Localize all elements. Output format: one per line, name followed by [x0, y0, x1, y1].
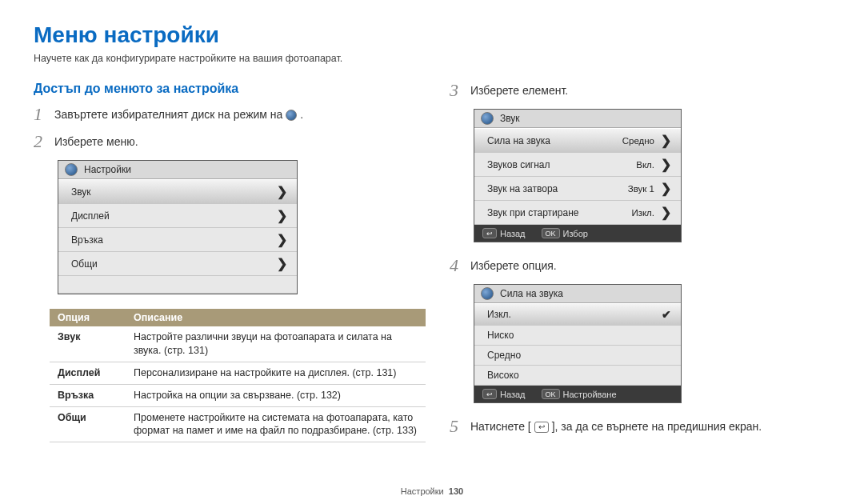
step-2-text: Изберете меню.: [54, 133, 138, 150]
menu-row-value: Звук 1: [628, 184, 654, 194]
option-desc: Променете настройките на системата на фо…: [126, 406, 426, 442]
menu-row-beep[interactable]: Звуков сигнал Вкл.❯: [474, 153, 681, 177]
menu-row-empty: [58, 276, 297, 294]
menu-row-label: Дисплей: [71, 210, 110, 222]
option-name: Общи: [50, 406, 126, 442]
option-name: Връзка: [50, 384, 126, 406]
table-row: Връзка Настройка на опции за свързване. …: [50, 384, 426, 406]
menu-row-connection[interactable]: Връзка ❯: [58, 228, 297, 252]
device-footer: ↩Назад OKНастройване: [474, 386, 681, 402]
menu-row-startup[interactable]: Звук при стартиране Изкл.❯: [474, 201, 681, 225]
table-row: Общи Променете настройките на системата …: [50, 406, 426, 442]
menu-row-display[interactable]: Дисплей ❯: [58, 204, 297, 228]
ok-key-icon: OK: [542, 228, 560, 238]
table-row: Звук Настройте различни звуци на фотоапа…: [50, 326, 426, 362]
gear-icon: [481, 112, 494, 125]
menu-row-volume[interactable]: Сила на звука Средно❯: [474, 128, 681, 153]
menu-row-shutter[interactable]: Звук на затвора Звук 1❯: [474, 177, 681, 201]
menu-row-label: Връзка: [71, 234, 103, 246]
menu-row-label: Сила на звука: [487, 135, 550, 146]
left-column: Достъп до менюто за настройка 1 Завъртет…: [34, 82, 426, 445]
right-column: 3 Изберете елемент. Звук Сила на звука С…: [450, 82, 830, 445]
step-3: 3 Изберете елемент.: [450, 82, 830, 99]
gear-icon: [481, 287, 494, 300]
menu-row-high[interactable]: Високо: [474, 366, 681, 386]
table-header-option: Опция: [50, 309, 126, 326]
device-header-title: Сила на звука: [500, 288, 563, 299]
page-footer: Настройки 130: [0, 486, 864, 496]
footer-ok-label: Избор: [563, 229, 588, 238]
step-1-end: .: [300, 107, 303, 123]
menu-row-label: Изкл.: [487, 309, 511, 320]
options-table: Опция Описание Звук Настройте различни з…: [50, 309, 426, 442]
chevron-right-icon: ❯: [277, 208, 287, 223]
step-2: 2 Изберете меню.: [34, 133, 426, 150]
back-icon: ↩: [534, 422, 549, 433]
device-screen-settings: Настройки Звук ❯ Дисплей ❯ Връзка ❯ Общи…: [58, 160, 298, 294]
table-header-description: Описание: [126, 309, 426, 326]
menu-row-low[interactable]: Ниско: [474, 326, 681, 346]
menu-row-label: Ниско: [487, 330, 514, 341]
back-key-icon: ↩: [482, 228, 497, 238]
chevron-right-icon: ❯: [277, 256, 287, 271]
footer-ok-label: Настройване: [563, 390, 617, 399]
step-number: 2: [34, 133, 46, 150]
chevron-right-icon: ❯: [277, 184, 287, 199]
section-heading: Достъп до менюто за настройка: [34, 82, 426, 96]
step-3-text: Изберете елемент.: [470, 82, 568, 99]
option-desc: Персонализиране на настройките на диспле…: [126, 362, 426, 384]
option-name: Дисплей: [50, 362, 126, 384]
menu-row-sound[interactable]: Звук ❯: [58, 179, 297, 204]
page-subtitle: Научете как да конфигурирате настройките…: [34, 53, 830, 64]
device-header: Настройки: [58, 161, 297, 179]
option-desc: Настройте различни звуци на фотоапарата …: [126, 326, 426, 362]
step-5-text-b: ], за да се върнете на предишния екран.: [552, 419, 762, 435]
chevron-right-icon: ❯: [661, 205, 671, 220]
page-title: Меню настройки: [34, 22, 830, 48]
table-row: Дисплей Персонализиране на настройките н…: [50, 362, 426, 384]
device-screen-volume: Сила на звука Изкл. ✔ Ниско Средно Висок…: [474, 284, 682, 403]
menu-row-value: Средно: [622, 136, 654, 146]
step-4-text: Изберете опция.: [470, 257, 557, 274]
device-header: Сила на звука: [474, 285, 681, 303]
step-number: 5: [450, 418, 462, 435]
footer-back-label: Назад: [500, 229, 526, 238]
back-key-icon: ↩: [482, 389, 497, 399]
device-footer: ↩Назад OKИзбор: [474, 225, 681, 242]
menu-row-label: Звуков сигнал: [487, 159, 550, 170]
gear-icon: [65, 163, 78, 176]
menu-row-label: Средно: [487, 350, 521, 361]
step-number: 1: [34, 106, 46, 123]
menu-row-label: Общи: [71, 258, 98, 270]
menu-row-label: Звук: [71, 186, 91, 198]
check-icon: ✔: [662, 308, 671, 321]
menu-row-label: Звук на затвора: [487, 183, 558, 194]
device-header-title: Настройки: [84, 164, 131, 175]
device-header-title: Звук: [500, 113, 520, 124]
option-desc: Настройка на опции за свързване. (стр. 1…: [126, 384, 426, 406]
device-screen-sound: Звук Сила на звука Средно❯ Звуков сигнал…: [474, 109, 682, 242]
menu-row-label: Звук при стартиране: [487, 207, 578, 218]
step-4: 4 Изберете опция.: [450, 257, 830, 274]
option-name: Звук: [50, 326, 126, 362]
footer-back-label: Назад: [500, 390, 526, 399]
gear-icon: [286, 110, 297, 121]
step-1-text: Завъртете избирателният диск на режим на: [54, 107, 282, 123]
step-1: 1 Завъртете избирателният диск на режим …: [34, 106, 426, 123]
menu-row-value: Изкл.: [631, 208, 654, 218]
footer-page-number: 130: [449, 486, 463, 496]
step-5: 5 Натиснете [ ↩ ], за да се върнете на п…: [450, 418, 830, 435]
ok-key-icon: OK: [542, 389, 560, 399]
step-number: 3: [450, 82, 462, 99]
chevron-right-icon: ❯: [661, 133, 671, 148]
step-number: 4: [450, 257, 462, 274]
device-header: Звук: [474, 110, 681, 128]
menu-row-value: Вкл.: [636, 160, 654, 170]
menu-row-general[interactable]: Общи ❯: [58, 252, 297, 276]
step-5-text-a: Натиснете [: [470, 419, 531, 435]
chevron-right-icon: ❯: [277, 232, 287, 247]
menu-row-label: Високо: [487, 370, 519, 381]
menu-row-off[interactable]: Изкл. ✔: [474, 303, 681, 326]
menu-row-medium[interactable]: Средно: [474, 346, 681, 366]
chevron-right-icon: ❯: [661, 157, 671, 172]
